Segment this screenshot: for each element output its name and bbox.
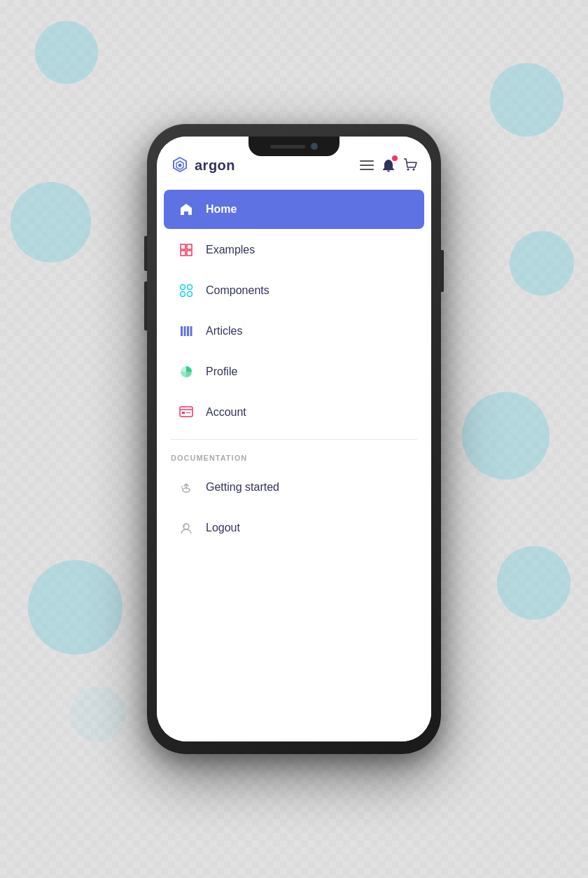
nav-item-home[interactable]: Home <box>164 190 424 229</box>
svg-rect-5 <box>181 244 186 249</box>
nav-item-components[interactable]: Components <box>164 271 424 310</box>
nav-item-logout[interactable]: Logout <box>164 508 424 548</box>
svg-point-3 <box>407 169 410 171</box>
nav-item-examples[interactable]: Examples <box>164 230 424 270</box>
nav-label-home: Home <box>206 203 237 216</box>
drawer-header: argon <box>157 156 431 188</box>
getting-started-icon <box>178 479 195 496</box>
svg-rect-6 <box>187 244 192 249</box>
phone-notch <box>248 137 340 156</box>
nav-item-getting-started[interactable]: Getting started <box>164 468 424 507</box>
nav-label-account: Account <box>206 406 246 419</box>
home-icon <box>178 201 195 218</box>
nav-item-articles[interactable]: Articles <box>164 312 424 351</box>
svg-rect-7 <box>181 251 186 256</box>
nav-label-profile: Profile <box>206 365 237 378</box>
svg-point-24 <box>183 525 186 527</box>
logo-text: argon <box>195 158 235 174</box>
logo-icon <box>171 156 189 174</box>
nav-label-articles: Articles <box>206 325 242 337</box>
logout-icon <box>178 520 195 536</box>
phone-screen: argon <box>157 137 431 741</box>
svg-rect-13 <box>181 326 183 336</box>
svg-rect-17 <box>180 407 192 417</box>
svg-rect-16 <box>190 326 192 336</box>
svg-point-22 <box>183 488 190 492</box>
components-icon <box>178 282 195 299</box>
notification-bell-button[interactable] <box>382 158 395 172</box>
power-button <box>441 250 444 292</box>
front-camera <box>311 143 318 150</box>
svg-rect-8 <box>187 251 192 256</box>
svg-point-11 <box>181 292 186 297</box>
articles-icon <box>178 323 195 340</box>
nav-item-profile[interactable]: Profile <box>164 352 424 391</box>
header-icons <box>360 158 417 172</box>
nav-label-components: Components <box>206 284 270 297</box>
svg-rect-20 <box>182 412 185 414</box>
speaker <box>270 145 305 148</box>
nav-label-examples: Examples <box>206 244 255 256</box>
svg-rect-15 <box>187 326 189 336</box>
phone-device: argon <box>147 124 441 754</box>
profile-icon <box>178 363 195 380</box>
account-icon <box>178 404 195 421</box>
nav-items: Home Examples <box>157 188 431 741</box>
logo-area: argon <box>171 156 235 174</box>
nav-item-account[interactable]: Account <box>164 393 424 432</box>
svg-point-4 <box>413 169 415 171</box>
cart-button[interactable] <box>403 158 417 172</box>
svg-rect-14 <box>184 326 186 336</box>
notification-badge <box>392 155 398 161</box>
svg-point-9 <box>181 285 186 290</box>
navigation-drawer: argon <box>157 137 431 741</box>
volume-down-button <box>144 281 147 330</box>
nav-divider <box>171 439 417 440</box>
nav-label-getting-started: Getting started <box>206 481 279 494</box>
nav-label-logout: Logout <box>206 522 240 534</box>
doc-section-label: DOCUMENTATION <box>157 447 431 466</box>
svg-point-10 <box>188 285 192 290</box>
volume-up-button <box>144 236 147 271</box>
examples-icon <box>178 242 195 258</box>
svg-point-2 <box>178 164 182 167</box>
screen-content: argon <box>157 137 431 741</box>
hamburger-menu-button[interactable] <box>360 160 374 170</box>
svg-point-12 <box>188 292 192 297</box>
